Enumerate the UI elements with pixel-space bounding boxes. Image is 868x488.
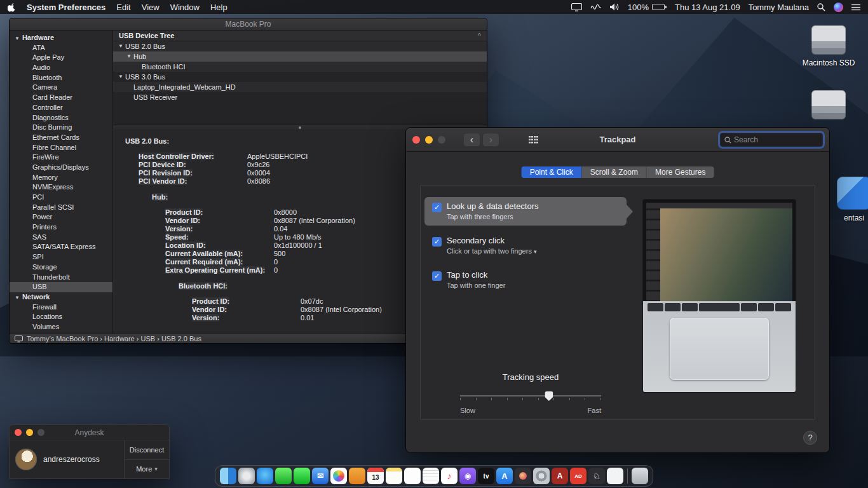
menu-item[interactable]: Window [170, 3, 200, 12]
sidebar-item[interactable]: ▼Controller [10, 103, 112, 113]
display-mirroring-icon[interactable] [571, 3, 582, 11]
dock-item-chess[interactable]: ♘ [588, 468, 605, 484]
more-button[interactable]: More▾ [125, 460, 169, 479]
sidebar-item[interactable]: ▼Card Reader [10, 93, 112, 103]
tree-row[interactable]: ▼Laptop_Integrated_Webcam_HD [113, 82, 487, 92]
sidebar-item[interactable]: ▼Memory [10, 173, 112, 183]
dock-item-trash[interactable] [632, 468, 648, 484]
dock-item-finder[interactable] [220, 468, 236, 484]
dock-item-podcasts[interactable]: ◉ [459, 468, 476, 484]
dock-item-preview[interactable] [607, 468, 623, 484]
breadcrumb[interactable]: Tommy’s MacBook Pro › Hardware › USB › U… [27, 335, 201, 342]
sidebar-item[interactable]: ▼Apple Pay [10, 53, 112, 63]
sidebar-item[interactable]: ▼Hardware [10, 33, 112, 43]
dock-item-photos[interactable] [330, 468, 347, 484]
collapse-chevron-icon[interactable]: ^ [478, 32, 481, 39]
sidebar-item[interactable]: ▼Bluetooth [10, 73, 112, 83]
sidebar-item[interactable]: ▼Storage [10, 262, 112, 273]
dock-item-launchpad[interactable] [238, 468, 255, 484]
tree-row[interactable]: ▼USB Receiver [113, 92, 487, 102]
sidebar-item[interactable]: ▼ATA [10, 43, 112, 53]
sidebar-item[interactable]: ▼Firewall [10, 302, 112, 313]
menu-item[interactable]: Help [210, 3, 227, 12]
sidebar-item[interactable]: ▼Graphics/Displays [10, 163, 112, 173]
dock-item-tv[interactable]: tv [478, 468, 494, 484]
desktop-icon-presentation-file[interactable]: entasi [830, 177, 868, 222]
sidebar-item[interactable]: ▼USB [10, 282, 112, 292]
menu-item[interactable]: View [142, 3, 159, 12]
checkbox[interactable]: ✓ [432, 203, 442, 212]
dock-item-reminders[interactable] [404, 468, 421, 484]
sidebar-item[interactable]: ▼Disc Burning [10, 123, 112, 133]
search-input[interactable] [734, 135, 810, 144]
gesture-option[interactable]: ✓ Secondary click Click or tap with two … [424, 231, 627, 260]
dock-item-safari[interactable] [257, 468, 273, 484]
disconnect-button[interactable]: Disconnect [125, 440, 169, 460]
tracking-speed-slider[interactable] [460, 391, 601, 401]
dock-item-app-store[interactable]: A [496, 468, 513, 484]
dock-item-music[interactable]: ♪ [441, 468, 458, 484]
checkbox[interactable]: ✓ [432, 271, 442, 281]
sidebar-item[interactable]: ▼Network [10, 292, 112, 302]
sidebar-item[interactable]: ▼Printers [10, 222, 112, 233]
window-titlebar[interactable]: ‹ › Trackpad [406, 128, 829, 152]
gesture-option[interactable]: ✓ Tap to click Tap with one finger ▾ [424, 266, 627, 294]
forward-button[interactable]: › [482, 133, 499, 147]
tree-row[interactable]: ▼USB 3.0 Bus [113, 72, 487, 82]
sidebar-item[interactable]: ▼Audio [10, 63, 112, 73]
menu-item[interactable]: Edit [116, 3, 130, 12]
sidebar-item[interactable]: ▼SAS [10, 233, 112, 243]
desktop-icon-drive-2[interactable] [799, 90, 858, 123]
sidebar-item[interactable]: ▼Diagnostics [10, 113, 112, 123]
close-button[interactable] [412, 136, 420, 144]
sidebar-item[interactable]: ▼Ethernet Cards [10, 133, 112, 143]
tree-row[interactable]: ▼Bluetooth HCI [113, 62, 487, 72]
option-subtitle[interactable]: Tap with three fingers ▾ [447, 213, 539, 220]
dock-item-notes[interactable] [386, 468, 402, 484]
menu-bar-clock[interactable]: Thu 13 Aug 21.09 [675, 3, 740, 12]
show-all-preferences-button[interactable] [524, 133, 543, 147]
gesture-option[interactable]: ✓ Look up & data detectors Tap with thre… [424, 197, 627, 226]
sidebar-item[interactable]: ▼Fibre Channel [10, 143, 112, 153]
dock-item-photo-booth[interactable] [515, 468, 531, 484]
notification-center-icon[interactable] [851, 4, 860, 11]
minimize-button[interactable] [425, 136, 433, 144]
tab[interactable]: Scroll & Zoom [582, 166, 647, 178]
menu-bar-user[interactable]: Tommy Maulana [749, 3, 809, 12]
checkbox[interactable]: ✓ [432, 237, 442, 247]
sidebar-item[interactable]: ▼Thunderbolt [10, 273, 112, 283]
back-button[interactable]: ‹ [463, 133, 480, 147]
sidebar-item[interactable]: ▼NVMExpress [10, 182, 112, 193]
dock-item-textedit[interactable] [423, 468, 439, 484]
sidebar-item[interactable]: ▼Locations [10, 312, 112, 322]
window-titlebar[interactable]: Anydesk [10, 425, 169, 440]
dock-item-system-preferences[interactable] [533, 468, 550, 484]
volume-icon[interactable] [610, 3, 620, 11]
dock-item-books[interactable] [349, 468, 365, 484]
sidebar-item[interactable]: ▼Parallel SCSI [10, 203, 112, 213]
tree-row[interactable]: ▼Hub [113, 51, 487, 62]
waveform-icon[interactable] [590, 3, 602, 11]
dock-item-calendar[interactable]: 13 [367, 468, 384, 484]
sidebar-item[interactable]: ▼Camera [10, 83, 112, 93]
sidebar-item[interactable]: ▼PCI [10, 193, 112, 203]
siri-icon[interactable] [834, 3, 843, 12]
sidebar-item[interactable]: ▼FireWire [10, 152, 112, 163]
menu-item[interactable]: System Preferences [27, 3, 105, 12]
tab[interactable]: More Gestures [647, 166, 714, 178]
desktop-icon-macintosh-ssd[interactable]: Macintosh SSD [799, 25, 858, 67]
tree-row[interactable]: ▼USB 2.0 Bus [113, 41, 487, 51]
tab[interactable]: Point & Click [522, 166, 582, 178]
sidebar-item[interactable]: ▼Volumes [10, 322, 112, 332]
sidebar-item[interactable]: ▼Power [10, 212, 112, 222]
option-subtitle[interactable]: Click or tap with two fingers ▾ [447, 247, 536, 255]
help-button[interactable]: ? [803, 431, 817, 445]
option-subtitle[interactable]: Tap with one finger ▾ [447, 281, 505, 289]
dock-item-mail[interactable]: ✉ [312, 468, 329, 484]
dock-item-messages[interactable] [275, 468, 292, 484]
sidebar-item[interactable]: ▼SATA/SATA Express [10, 242, 112, 252]
search-field[interactable] [720, 133, 823, 147]
apple-menu[interactable] [8, 2, 17, 12]
dock-item-adobe-acrobat[interactable]: A [552, 468, 568, 484]
battery-indicator[interactable]: 100% [628, 3, 667, 12]
